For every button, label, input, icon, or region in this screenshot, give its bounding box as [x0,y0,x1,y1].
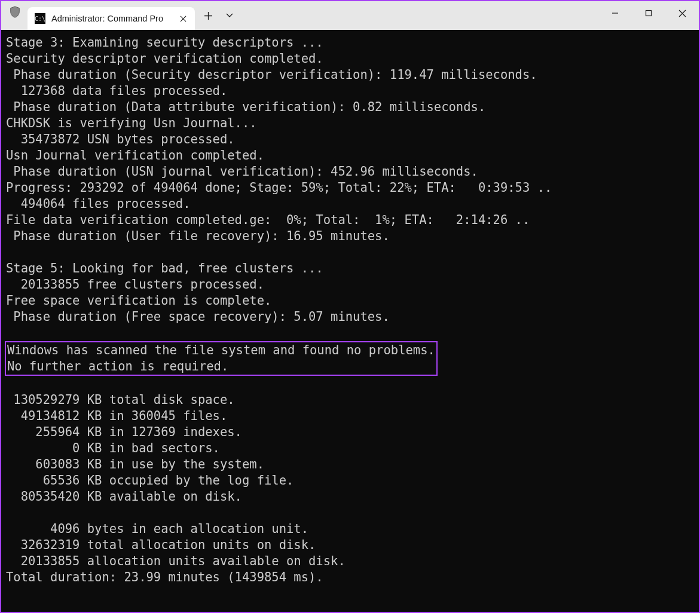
active-tab[interactable]: C:\ Administrator: Command Pro [27,7,195,30]
title-bar: C:\ Administrator: Command Pro [1,1,699,30]
highlighted-result: Windows has scanned the file system and … [5,341,438,376]
close-button[interactable] [665,1,699,25]
tab-title: Administrator: Command Pro [51,14,171,23]
cmd-icon: C:\ [35,13,45,24]
svg-rect-0 [646,11,652,16]
minimize-button[interactable] [598,1,632,25]
tab-dropdown-button[interactable] [219,5,240,26]
maximize-button[interactable] [632,1,665,25]
window-controls [598,1,699,25]
new-tab-button[interactable] [197,5,219,26]
shield-icon [8,5,22,19]
terminal-output[interactable]: Stage 3: Examining security descriptors … [1,30,699,612]
tab-close-button[interactable] [177,13,189,24]
